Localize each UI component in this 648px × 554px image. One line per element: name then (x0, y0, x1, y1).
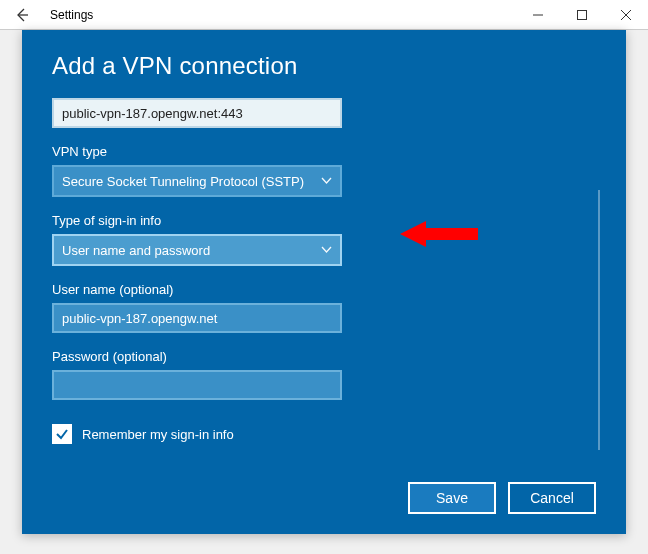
button-row: Save Cancel (52, 482, 596, 514)
vpn-type-select[interactable]: Secure Socket Tunneling Protocol (SSTP) (52, 165, 342, 197)
maximize-button[interactable] (560, 0, 604, 30)
chevron-down-icon (321, 244, 332, 257)
minimize-button[interactable] (516, 0, 560, 30)
password-input[interactable] (52, 370, 342, 400)
signin-type-value: User name and password (62, 243, 210, 258)
remember-signin-row: Remember my sign-in info (52, 424, 472, 444)
chevron-down-icon (321, 175, 332, 188)
back-button[interactable] (0, 0, 44, 30)
cancel-button[interactable]: Cancel (508, 482, 596, 514)
panel-heading: Add a VPN connection (52, 52, 596, 80)
save-button[interactable]: Save (408, 482, 496, 514)
scrollbar[interactable] (598, 190, 600, 450)
save-label: Save (436, 490, 468, 506)
signin-type-select[interactable]: User name and password (52, 234, 342, 266)
remember-label: Remember my sign-in info (82, 427, 234, 442)
username-value: public-vpn-187.opengw.net (62, 311, 217, 326)
titlebar: Settings (0, 0, 648, 30)
form-area: public-vpn-187.opengw.net:443 VPN type S… (52, 98, 596, 474)
server-name-input[interactable]: public-vpn-187.opengw.net:443 (52, 98, 342, 128)
svg-rect-1 (578, 10, 587, 19)
password-label: Password (optional) (52, 349, 472, 364)
add-vpn-panel: Add a VPN connection public-vpn-187.open… (22, 30, 626, 534)
cancel-label: Cancel (530, 490, 574, 506)
vpn-type-label: VPN type (52, 144, 472, 159)
window-title: Settings (44, 8, 93, 22)
server-name-value: public-vpn-187.opengw.net:443 (62, 106, 243, 121)
username-input[interactable]: public-vpn-187.opengw.net (52, 303, 342, 333)
signin-type-label: Type of sign-in info (52, 213, 472, 228)
close-button[interactable] (604, 0, 648, 30)
remember-checkbox[interactable] (52, 424, 72, 444)
vpn-type-value: Secure Socket Tunneling Protocol (SSTP) (62, 174, 304, 189)
username-label: User name (optional) (52, 282, 472, 297)
